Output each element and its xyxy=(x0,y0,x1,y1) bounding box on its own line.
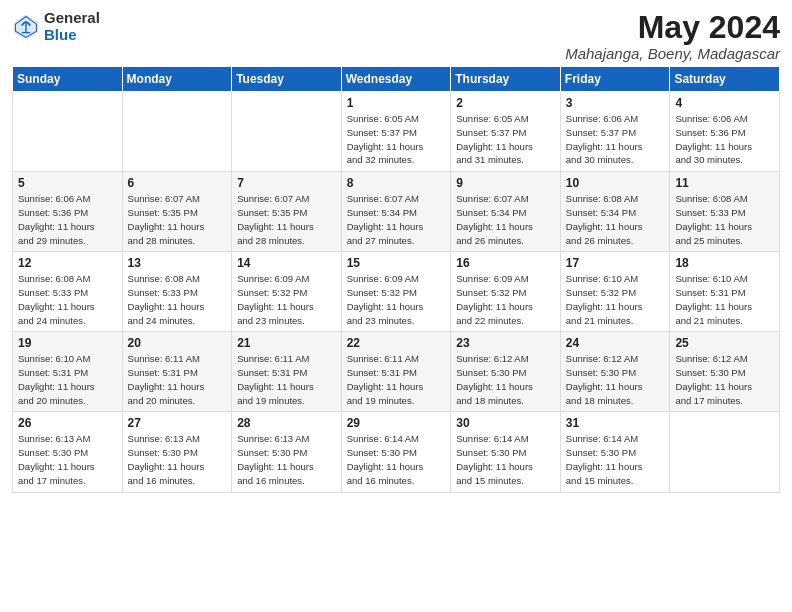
day-info: Sunrise: 6:07 AM Sunset: 5:34 PM Dayligh… xyxy=(456,192,555,247)
table-row: 26Sunrise: 6:13 AM Sunset: 5:30 PM Dayli… xyxy=(13,412,123,492)
header-saturday: Saturday xyxy=(670,67,780,92)
header-wednesday: Wednesday xyxy=(341,67,451,92)
header-tuesday: Tuesday xyxy=(232,67,342,92)
table-row: 21Sunrise: 6:11 AM Sunset: 5:31 PM Dayli… xyxy=(232,332,342,412)
day-number: 22 xyxy=(347,336,446,350)
table-row: 27Sunrise: 6:13 AM Sunset: 5:30 PM Dayli… xyxy=(122,412,232,492)
week-row-5: 26Sunrise: 6:13 AM Sunset: 5:30 PM Dayli… xyxy=(13,412,780,492)
table-row: 17Sunrise: 6:10 AM Sunset: 5:32 PM Dayli… xyxy=(560,252,670,332)
day-number: 28 xyxy=(237,416,336,430)
table-row xyxy=(13,92,123,172)
day-number: 27 xyxy=(128,416,227,430)
day-number: 2 xyxy=(456,96,555,110)
day-number: 4 xyxy=(675,96,774,110)
table-row: 22Sunrise: 6:11 AM Sunset: 5:31 PM Dayli… xyxy=(341,332,451,412)
day-info: Sunrise: 6:07 AM Sunset: 5:34 PM Dayligh… xyxy=(347,192,446,247)
day-number: 8 xyxy=(347,176,446,190)
day-number: 13 xyxy=(128,256,227,270)
day-info: Sunrise: 6:14 AM Sunset: 5:30 PM Dayligh… xyxy=(347,432,446,487)
day-number: 24 xyxy=(566,336,665,350)
table-row: 20Sunrise: 6:11 AM Sunset: 5:31 PM Dayli… xyxy=(122,332,232,412)
table-row: 24Sunrise: 6:12 AM Sunset: 5:30 PM Dayli… xyxy=(560,332,670,412)
calendar-table: Sunday Monday Tuesday Wednesday Thursday… xyxy=(12,66,780,492)
day-info: Sunrise: 6:13 AM Sunset: 5:30 PM Dayligh… xyxy=(237,432,336,487)
day-info: Sunrise: 6:11 AM Sunset: 5:31 PM Dayligh… xyxy=(347,352,446,407)
header-sunday: Sunday xyxy=(13,67,123,92)
day-number: 5 xyxy=(18,176,117,190)
week-row-1: 1Sunrise: 6:05 AM Sunset: 5:37 PM Daylig… xyxy=(13,92,780,172)
day-number: 15 xyxy=(347,256,446,270)
table-row: 29Sunrise: 6:14 AM Sunset: 5:30 PM Dayli… xyxy=(341,412,451,492)
day-number: 31 xyxy=(566,416,665,430)
header-thursday: Thursday xyxy=(451,67,561,92)
day-number: 16 xyxy=(456,256,555,270)
day-info: Sunrise: 6:10 AM Sunset: 5:31 PM Dayligh… xyxy=(675,272,774,327)
table-row: 30Sunrise: 6:14 AM Sunset: 5:30 PM Dayli… xyxy=(451,412,561,492)
week-row-3: 12Sunrise: 6:08 AM Sunset: 5:33 PM Dayli… xyxy=(13,252,780,332)
day-info: Sunrise: 6:06 AM Sunset: 5:36 PM Dayligh… xyxy=(18,192,117,247)
day-number: 19 xyxy=(18,336,117,350)
header-monday: Monday xyxy=(122,67,232,92)
table-row: 16Sunrise: 6:09 AM Sunset: 5:32 PM Dayli… xyxy=(451,252,561,332)
day-info: Sunrise: 6:08 AM Sunset: 5:33 PM Dayligh… xyxy=(128,272,227,327)
day-number: 20 xyxy=(128,336,227,350)
day-info: Sunrise: 6:13 AM Sunset: 5:30 PM Dayligh… xyxy=(18,432,117,487)
table-row: 1Sunrise: 6:05 AM Sunset: 5:37 PM Daylig… xyxy=(341,92,451,172)
day-info: Sunrise: 6:10 AM Sunset: 5:32 PM Dayligh… xyxy=(566,272,665,327)
day-info: Sunrise: 6:07 AM Sunset: 5:35 PM Dayligh… xyxy=(237,192,336,247)
table-row: 11Sunrise: 6:08 AM Sunset: 5:33 PM Dayli… xyxy=(670,172,780,252)
day-number: 25 xyxy=(675,336,774,350)
day-info: Sunrise: 6:06 AM Sunset: 5:37 PM Dayligh… xyxy=(566,112,665,167)
calendar-container: General Blue May 2024 Mahajanga, Boeny, … xyxy=(0,0,792,503)
day-info: Sunrise: 6:09 AM Sunset: 5:32 PM Dayligh… xyxy=(237,272,336,327)
day-number: 6 xyxy=(128,176,227,190)
day-number: 10 xyxy=(566,176,665,190)
header: General Blue May 2024 Mahajanga, Boeny, … xyxy=(12,10,780,62)
day-number: 29 xyxy=(347,416,446,430)
day-number: 18 xyxy=(675,256,774,270)
table-row: 5Sunrise: 6:06 AM Sunset: 5:36 PM Daylig… xyxy=(13,172,123,252)
table-row: 4Sunrise: 6:06 AM Sunset: 5:36 PM Daylig… xyxy=(670,92,780,172)
day-number: 12 xyxy=(18,256,117,270)
day-info: Sunrise: 6:14 AM Sunset: 5:30 PM Dayligh… xyxy=(566,432,665,487)
table-row: 9Sunrise: 6:07 AM Sunset: 5:34 PM Daylig… xyxy=(451,172,561,252)
day-number: 17 xyxy=(566,256,665,270)
day-number: 26 xyxy=(18,416,117,430)
day-number: 7 xyxy=(237,176,336,190)
day-number: 1 xyxy=(347,96,446,110)
day-info: Sunrise: 6:05 AM Sunset: 5:37 PM Dayligh… xyxy=(347,112,446,167)
table-row: 25Sunrise: 6:12 AM Sunset: 5:30 PM Dayli… xyxy=(670,332,780,412)
title-block: May 2024 Mahajanga, Boeny, Madagascar xyxy=(565,10,780,62)
day-number: 9 xyxy=(456,176,555,190)
week-row-4: 19Sunrise: 6:10 AM Sunset: 5:31 PM Dayli… xyxy=(13,332,780,412)
table-row: 3Sunrise: 6:06 AM Sunset: 5:37 PM Daylig… xyxy=(560,92,670,172)
table-row: 2Sunrise: 6:05 AM Sunset: 5:37 PM Daylig… xyxy=(451,92,561,172)
table-row: 8Sunrise: 6:07 AM Sunset: 5:34 PM Daylig… xyxy=(341,172,451,252)
day-number: 3 xyxy=(566,96,665,110)
day-info: Sunrise: 6:11 AM Sunset: 5:31 PM Dayligh… xyxy=(128,352,227,407)
day-number: 21 xyxy=(237,336,336,350)
table-row: 23Sunrise: 6:12 AM Sunset: 5:30 PM Dayli… xyxy=(451,332,561,412)
day-info: Sunrise: 6:11 AM Sunset: 5:31 PM Dayligh… xyxy=(237,352,336,407)
day-info: Sunrise: 6:09 AM Sunset: 5:32 PM Dayligh… xyxy=(347,272,446,327)
table-row xyxy=(232,92,342,172)
day-info: Sunrise: 6:07 AM Sunset: 5:35 PM Dayligh… xyxy=(128,192,227,247)
logo-blue-text: Blue xyxy=(44,27,100,44)
day-info: Sunrise: 6:10 AM Sunset: 5:31 PM Dayligh… xyxy=(18,352,117,407)
table-row: 12Sunrise: 6:08 AM Sunset: 5:33 PM Dayli… xyxy=(13,252,123,332)
table-row: 6Sunrise: 6:07 AM Sunset: 5:35 PM Daylig… xyxy=(122,172,232,252)
table-row: 28Sunrise: 6:13 AM Sunset: 5:30 PM Dayli… xyxy=(232,412,342,492)
week-row-2: 5Sunrise: 6:06 AM Sunset: 5:36 PM Daylig… xyxy=(13,172,780,252)
calendar-title: May 2024 xyxy=(565,10,780,45)
table-row: 19Sunrise: 6:10 AM Sunset: 5:31 PM Dayli… xyxy=(13,332,123,412)
day-number: 14 xyxy=(237,256,336,270)
day-info: Sunrise: 6:08 AM Sunset: 5:33 PM Dayligh… xyxy=(18,272,117,327)
table-row: 18Sunrise: 6:10 AM Sunset: 5:31 PM Dayli… xyxy=(670,252,780,332)
day-number: 23 xyxy=(456,336,555,350)
day-info: Sunrise: 6:12 AM Sunset: 5:30 PM Dayligh… xyxy=(675,352,774,407)
day-info: Sunrise: 6:12 AM Sunset: 5:30 PM Dayligh… xyxy=(566,352,665,407)
weekday-header-row: Sunday Monday Tuesday Wednesday Thursday… xyxy=(13,67,780,92)
day-info: Sunrise: 6:06 AM Sunset: 5:36 PM Dayligh… xyxy=(675,112,774,167)
table-row: 7Sunrise: 6:07 AM Sunset: 5:35 PM Daylig… xyxy=(232,172,342,252)
table-row xyxy=(670,412,780,492)
